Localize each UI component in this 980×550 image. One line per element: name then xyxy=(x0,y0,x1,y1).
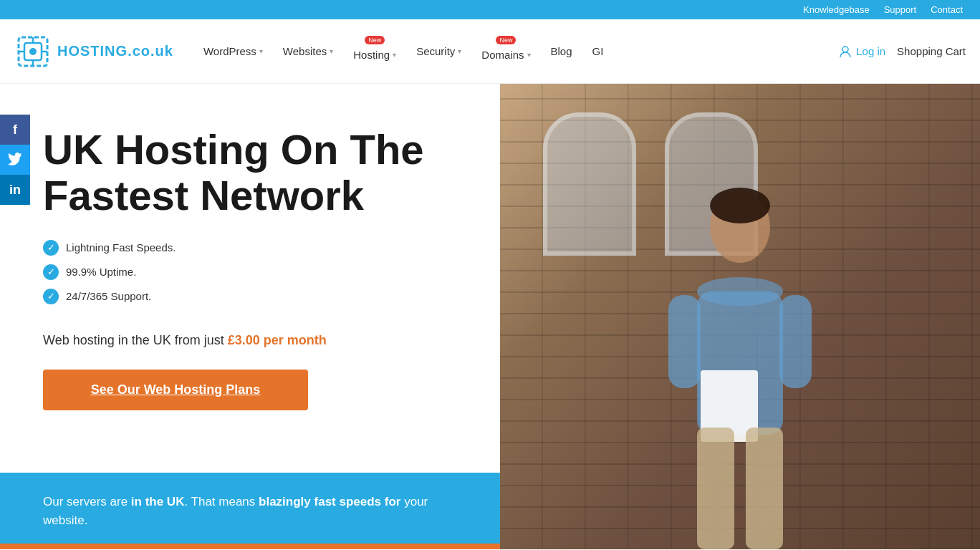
contact-link[interactable]: Contact xyxy=(931,4,963,15)
nav-links: WordPress ▾ Websites ▾ New Hosting ▾ Sec… xyxy=(195,36,839,67)
twitter-social-button[interactable] xyxy=(0,145,30,175)
cta-button[interactable]: See Our Web Hosting Plans xyxy=(43,370,308,410)
chevron-down-icon: ▾ xyxy=(393,51,396,59)
navbar: HOSTING.co.uk WordPress ▾ Websites ▾ New… xyxy=(0,19,980,84)
chevron-down-icon: ▾ xyxy=(527,51,531,59)
arch-window-left xyxy=(543,112,636,256)
hero-price: Web hosting in the UK from just £3.00 pe… xyxy=(43,333,471,348)
orange-accent-bar xyxy=(0,544,500,549)
svg-rect-16 xyxy=(697,428,734,549)
top-bar: Knowledgebase Support Contact xyxy=(0,0,980,19)
check-icon: ✓ xyxy=(43,264,59,280)
chevron-down-icon: ▾ xyxy=(259,47,263,55)
hero-title: UK Hosting On The Fastest Network xyxy=(43,127,471,218)
nav-item-blog[interactable]: Blog xyxy=(542,39,581,63)
support-link[interactable]: Support xyxy=(884,4,917,15)
social-sidebar: f in xyxy=(0,115,30,205)
hero-image xyxy=(500,84,980,549)
twitter-icon xyxy=(8,153,22,167)
hero-features-list: ✓ Lightning Fast Speeds. ✓ 99.9% Uptime.… xyxy=(43,240,471,313)
new-badge-hosting: New xyxy=(365,36,385,44)
logo-icon xyxy=(14,33,52,70)
nav-item-security[interactable]: Security ▾ xyxy=(408,39,470,63)
person-icon xyxy=(839,45,852,58)
hero-image-placeholder xyxy=(500,84,980,549)
nav-item-wordpress[interactable]: WordPress ▾ xyxy=(195,39,272,63)
chevron-down-icon: ▾ xyxy=(458,47,461,55)
logo-text: HOSTING.co.uk xyxy=(57,43,173,59)
svg-rect-13 xyxy=(668,295,701,388)
knowledgebase-link[interactable]: Knowledgebase xyxy=(803,4,870,15)
linkedin-social-button[interactable]: in xyxy=(0,175,30,205)
check-icon: ✓ xyxy=(43,289,59,304)
svg-rect-17 xyxy=(746,428,783,549)
hero-info-bar: Our servers are in the UK. That means bl… xyxy=(0,473,500,549)
facebook-social-button[interactable]: f xyxy=(0,115,30,145)
svg-point-11 xyxy=(710,188,770,223)
nav-actions: Log in Shopping Cart xyxy=(839,45,966,58)
nav-item-domains[interactable]: New Domains ▾ xyxy=(473,36,539,67)
nav-item-gi[interactable]: GI xyxy=(584,39,612,63)
nav-item-hosting[interactable]: New Hosting ▾ xyxy=(345,36,405,67)
feature-item: ✓ 99.9% Uptime. xyxy=(43,264,471,280)
feature-item: ✓ Lightning Fast Speeds. xyxy=(43,240,471,256)
feature-item: ✓ 24/7/365 Support. xyxy=(43,289,471,304)
svg-rect-14 xyxy=(779,295,812,388)
new-badge-domains: New xyxy=(496,36,516,44)
svg-point-8 xyxy=(842,47,848,52)
logo[interactable]: HOSTING.co.uk xyxy=(14,33,173,70)
svg-point-3 xyxy=(29,48,37,55)
login-button[interactable]: Log in xyxy=(839,45,885,58)
shopping-cart-button[interactable]: Shopping Cart xyxy=(897,45,966,57)
check-icon: ✓ xyxy=(43,240,59,256)
chevron-down-icon: ▾ xyxy=(330,47,333,55)
hero-section: UK Hosting On The Fastest Network ✓ Ligh… xyxy=(0,84,980,549)
nav-item-websites[interactable]: Websites ▾ xyxy=(274,39,342,63)
hero-person-silhouette xyxy=(625,134,855,549)
